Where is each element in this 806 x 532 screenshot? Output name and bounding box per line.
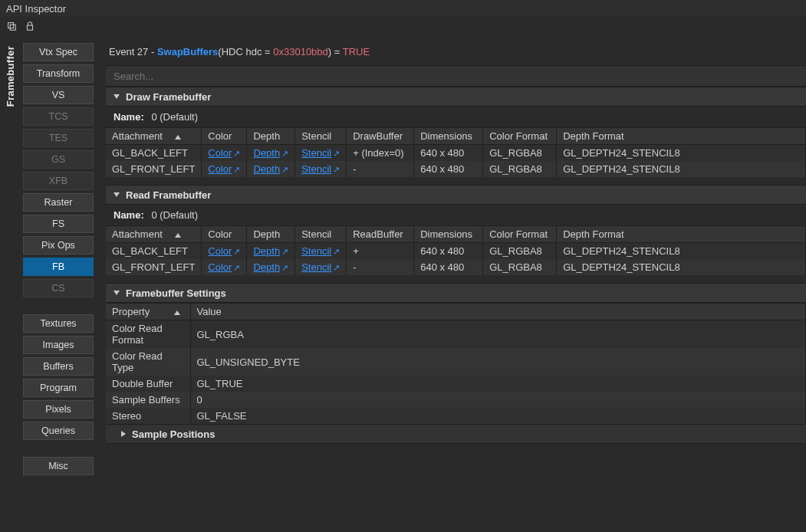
property-name: Sample Buffers (106, 392, 190, 408)
sidebar-item-fb[interactable]: FB (23, 258, 94, 276)
cell-depth[interactable]: Depth↗ (247, 161, 295, 177)
color-link[interactable]: Color (208, 163, 232, 175)
sidebar-item-transform[interactable]: Transform (23, 64, 94, 83)
cell-attachment: GL_FRONT_LEFT (106, 161, 202, 177)
vertical-tabstrip: Framebuffer (0, 35, 20, 532)
column-header[interactable]: Stencil (295, 226, 347, 243)
sidebar-item-buffers[interactable]: Buffers (23, 357, 94, 376)
column-header[interactable]: Color (202, 128, 247, 145)
stencil-link[interactable]: Stencil (301, 261, 331, 273)
cell-dimensions: 640 x 480 (414, 161, 483, 177)
search-bar[interactable] (106, 65, 806, 87)
cell-depth[interactable]: Depth↗ (247, 145, 295, 162)
cell-dimensions: 640 x 480 (414, 145, 483, 162)
external-link-icon[interactable]: ↗ (233, 165, 240, 174)
sidebar-item-pixels[interactable]: Pixels (23, 400, 94, 419)
table-row[interactable]: GL_FRONT_LEFTColor↗Depth↗Stencil↗-640 x … (106, 259, 806, 275)
label: Name: (113, 111, 144, 123)
stencil-link[interactable]: Stencil (301, 163, 331, 175)
external-link-icon[interactable]: ↗ (333, 149, 340, 158)
sidebar-item-raster[interactable]: Raster (23, 193, 94, 212)
sidebar-item-pix-ops[interactable]: Pix Ops (23, 236, 94, 255)
column-header[interactable]: Depth (247, 226, 295, 243)
section-fb-settings[interactable]: Framebuffer Settings (106, 283, 806, 303)
section-read-framebuffer[interactable]: Read Framebuffer (106, 185, 806, 205)
column-header[interactable]: Color Format (483, 226, 557, 243)
sidebar-item-textures[interactable]: Textures (23, 314, 94, 333)
table-row[interactable]: GL_BACK_LEFTColor↗Depth↗Stencil↗+640 x 4… (106, 243, 806, 260)
column-header[interactable]: Attachment (106, 128, 202, 145)
external-link-icon[interactable]: ↗ (281, 149, 288, 158)
column-header[interactable]: Depth (247, 128, 295, 145)
event-function[interactable]: SwapBuffers (157, 46, 218, 57)
column-header[interactable]: DrawBuffer (347, 128, 414, 145)
value: 0 (Default) (151, 209, 198, 221)
content-panel: Event 27 - SwapBuffers(HDC hdc = 0x33010… (100, 35, 806, 532)
copy-icon[interactable] (6, 21, 17, 31)
cell-depth[interactable]: Depth↗ (247, 243, 295, 260)
external-link-icon[interactable]: ↗ (281, 165, 288, 174)
cell-depth[interactable]: Depth↗ (247, 259, 295, 275)
cell-color-format: GL_RGBA8 (483, 161, 557, 177)
depth-link[interactable]: Depth (253, 261, 280, 273)
event-prefix: Event 27 - (109, 46, 157, 57)
cell-stencil[interactable]: Stencil↗ (295, 259, 347, 275)
property-value: GL_UNSIGNED_BYTE (190, 348, 806, 376)
column-header[interactable]: Color Format (483, 128, 557, 145)
property-name: Color Read Type (106, 348, 190, 376)
cell-color[interactable]: Color↗ (202, 161, 247, 177)
depth-link[interactable]: Depth (253, 147, 280, 159)
property-name: Double Buffer (106, 376, 190, 392)
section-draw-framebuffer[interactable]: Draw Framebuffer (106, 87, 806, 107)
sidebar-item-program[interactable]: Program (23, 379, 94, 397)
event-arg-value: 0x33010bbd (273, 46, 328, 57)
stencil-link[interactable]: Stencil (301, 147, 331, 159)
cell-color[interactable]: Color↗ (202, 243, 247, 260)
external-link-icon[interactable]: ↗ (281, 247, 288, 256)
cell-color[interactable]: Color↗ (202, 145, 247, 162)
external-link-icon[interactable]: ↗ (233, 149, 240, 158)
cell-attachment: GL_BACK_LEFT (106, 243, 202, 260)
column-header[interactable]: Dimensions (414, 128, 483, 145)
stencil-link[interactable]: Stencil (301, 245, 331, 257)
depth-link[interactable]: Depth (253, 163, 280, 175)
external-link-icon[interactable]: ↗ (281, 263, 288, 272)
sidebar-item-images[interactable]: Images (23, 336, 94, 354)
external-link-icon[interactable]: ↗ (333, 263, 340, 272)
cell-stencil[interactable]: Stencil↗ (295, 243, 347, 260)
table-row[interactable]: GL_BACK_LEFTColor↗Depth↗Stencil↗+ (Index… (106, 145, 806, 162)
section-title: Draw Framebuffer (126, 91, 211, 103)
sidebar-item-fs[interactable]: FS (23, 215, 94, 233)
external-link-icon[interactable]: ↗ (333, 165, 340, 174)
color-link[interactable]: Color (208, 147, 232, 159)
lock-icon[interactable] (25, 21, 35, 31)
column-header[interactable]: Stencil (295, 128, 347, 145)
cell-stencil[interactable]: Stencil↗ (295, 161, 347, 177)
sidebar-item-vtx-spec[interactable]: Vtx Spec (23, 43, 94, 61)
column-header[interactable]: Color (202, 226, 247, 243)
color-link[interactable]: Color (208, 261, 232, 273)
column-header[interactable]: ReadBuffer (347, 226, 414, 243)
vertical-tab-framebuffer[interactable]: Framebuffer (5, 46, 16, 107)
external-link-icon[interactable]: ↗ (333, 247, 340, 256)
label: Name: (113, 209, 144, 221)
column-header[interactable]: Depth Format (557, 128, 806, 145)
column-header[interactable]: Value (190, 304, 806, 320)
column-header[interactable]: Property (106, 304, 190, 320)
sidebar-item-vs[interactable]: VS (23, 86, 94, 104)
depth-link[interactable]: Depth (253, 245, 280, 257)
external-link-icon[interactable]: ↗ (233, 263, 240, 272)
cell-color[interactable]: Color↗ (202, 259, 247, 275)
column-header[interactable]: Depth Format (557, 226, 806, 243)
column-header[interactable]: Attachment (106, 226, 202, 243)
external-link-icon[interactable]: ↗ (233, 247, 240, 256)
section-sample-positions[interactable]: Sample Positions (106, 424, 806, 444)
cell-stencil[interactable]: Stencil↗ (295, 145, 347, 162)
color-link[interactable]: Color (208, 245, 232, 257)
column-header[interactable]: Dimensions (414, 226, 483, 243)
cell-color-format: GL_RGBA8 (483, 243, 557, 260)
search-input[interactable] (113, 71, 798, 82)
sidebar-item-misc[interactable]: Misc (23, 457, 94, 475)
sidebar-item-queries[interactable]: Queries (23, 422, 94, 440)
table-row[interactable]: GL_FRONT_LEFTColor↗Depth↗Stencil↗-640 x … (106, 161, 806, 177)
